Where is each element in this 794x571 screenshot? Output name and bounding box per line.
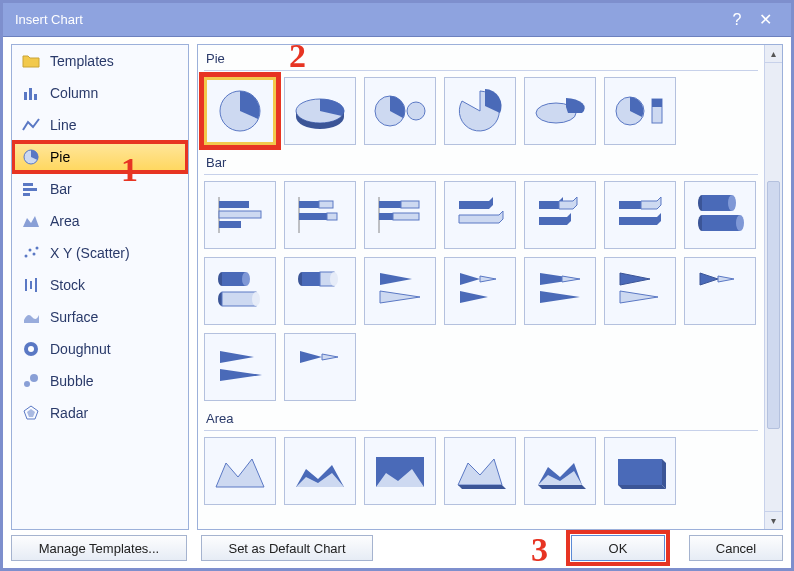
svg-rect-30 <box>219 211 261 218</box>
svg-rect-39 <box>401 201 419 208</box>
bubble-chart-icon <box>22 372 40 390</box>
svg-rect-6 <box>23 193 30 196</box>
svg-rect-35 <box>299 213 327 220</box>
svg-point-47 <box>736 215 744 231</box>
svg-rect-5 <box>23 188 37 191</box>
thumb-cone-horiz[interactable] <box>204 333 276 401</box>
svg-point-15 <box>28 346 34 352</box>
svg-rect-46 <box>702 215 740 231</box>
svg-rect-0 <box>24 92 27 100</box>
thumb-pie-of-pie[interactable] <box>364 77 436 145</box>
set-default-chart-button[interactable]: Set as Default Chart <box>201 535 373 561</box>
thumb-area-3d-stacked[interactable] <box>524 437 596 505</box>
sidebar-item-column[interactable]: Column <box>12 77 188 109</box>
thumb-bar-3d-100[interactable] <box>604 181 676 249</box>
close-button[interactable]: ✕ <box>751 10 779 29</box>
scroll-down-arrow-icon[interactable]: ▾ <box>765 511 782 529</box>
svg-rect-55 <box>302 272 320 286</box>
svg-rect-33 <box>299 201 319 208</box>
scroll-up-arrow-icon[interactable]: ▴ <box>765 45 782 63</box>
svg-point-57 <box>330 272 338 286</box>
thumb-pie-2d[interactable] <box>204 77 276 145</box>
thumb-pyr-clustered[interactable] <box>604 257 676 325</box>
thumb-area-stacked[interactable] <box>284 437 356 505</box>
cancel-button[interactable]: Cancel <box>689 535 783 561</box>
thumb-cone-clustered[interactable] <box>364 257 436 325</box>
thumb-cyl-horiz-clustered[interactable] <box>204 257 276 325</box>
thumb-bar-of-pie[interactable] <box>604 77 676 145</box>
thumb-area-3d[interactable] <box>444 437 516 505</box>
bar-thumbs <box>204 181 758 401</box>
thumb-area-3d-solid[interactable] <box>604 437 676 505</box>
svg-point-7 <box>25 255 28 258</box>
thumb-area-2d[interactable] <box>204 437 276 505</box>
surface-chart-icon <box>22 308 40 326</box>
sidebar-item-label: Stock <box>50 277 85 293</box>
sidebar-item-label: Bar <box>50 181 72 197</box>
svg-rect-1 <box>29 88 32 100</box>
bar-chart-icon <box>22 180 40 198</box>
thumb-pyr-stacked[interactable] <box>684 257 756 325</box>
svg-point-10 <box>36 247 39 250</box>
thumb-bar-3d-stacked[interactable] <box>524 181 596 249</box>
svg-point-17 <box>30 374 38 382</box>
titlebar: Insert Chart ? ✕ <box>3 3 791 37</box>
line-chart-icon <box>22 116 40 134</box>
scatter-chart-icon <box>22 244 40 262</box>
svg-rect-27 <box>652 99 662 107</box>
vertical-scrollbar[interactable]: ▴ ▾ <box>764 45 782 529</box>
thumb-bar-clustered[interactable] <box>204 181 276 249</box>
doughnut-chart-icon <box>22 340 40 358</box>
sidebar-item-label: X Y (Scatter) <box>50 245 130 261</box>
sidebar-item-label: Bubble <box>50 373 94 389</box>
thumb-bar-100[interactable] <box>364 181 436 249</box>
chart-subtype-groups: Pie <box>198 45 764 529</box>
svg-rect-34 <box>319 201 333 208</box>
thumb-cone-horiz-stacked[interactable] <box>284 333 356 401</box>
thumb-area-100[interactable] <box>364 437 436 505</box>
sidebar-item-area[interactable]: Area <box>12 205 188 237</box>
svg-rect-31 <box>219 221 241 228</box>
group-label-bar: Bar <box>204 153 758 175</box>
thumb-cyl-horiz-stacked[interactable] <box>284 257 356 325</box>
chart-type-sidebar: Templates Column Line Pie Bar <box>11 44 189 530</box>
sidebar-item-line[interactable]: Line <box>12 109 188 141</box>
sidebar-item-templates[interactable]: Templates <box>12 45 188 77</box>
scroll-track[interactable] <box>765 63 782 511</box>
thumb-bar-3d-clustered[interactable] <box>444 181 516 249</box>
group-label-area: Area <box>204 409 758 431</box>
sidebar-item-scatter[interactable]: X Y (Scatter) <box>12 237 188 269</box>
thumb-cone-stacked[interactable] <box>444 257 516 325</box>
svg-rect-43 <box>702 195 732 211</box>
svg-point-50 <box>242 272 250 286</box>
sidebar-item-stock[interactable]: Stock <box>12 269 188 301</box>
svg-rect-36 <box>327 213 337 220</box>
sidebar-item-pie[interactable]: Pie <box>12 141 188 173</box>
dialog-title: Insert Chart <box>15 12 723 27</box>
ok-button[interactable]: OK <box>571 535 665 561</box>
thumb-pie-exploded-3d[interactable] <box>524 77 596 145</box>
sidebar-item-bubble[interactable]: Bubble <box>12 365 188 397</box>
pie-chart-icon <box>22 148 40 166</box>
pie-thumbs <box>204 77 758 145</box>
thumb-pie-3d[interactable] <box>284 77 356 145</box>
help-button[interactable]: ? <box>723 11 751 29</box>
thumb-bar-stacked[interactable] <box>284 181 356 249</box>
sidebar-item-label: Area <box>50 213 80 229</box>
sidebar-item-doughnut[interactable]: Doughnut <box>12 333 188 365</box>
folder-icon <box>22 52 40 70</box>
sidebar-item-label: Radar <box>50 405 88 421</box>
thumb-cone-100[interactable] <box>524 257 596 325</box>
sidebar-item-radar[interactable]: Radar <box>12 397 188 429</box>
svg-rect-4 <box>23 183 33 186</box>
area-thumbs <box>204 437 758 505</box>
manage-templates-button[interactable]: Manage Templates... <box>11 535 187 561</box>
thumb-cyl-clustered[interactable] <box>684 181 756 249</box>
thumb-pie-exploded[interactable] <box>444 77 516 145</box>
sidebar-item-label: Surface <box>50 309 98 325</box>
svg-point-53 <box>252 292 260 306</box>
sidebar-item-surface[interactable]: Surface <box>12 301 188 333</box>
scroll-handle[interactable] <box>767 181 780 429</box>
sidebar-item-bar[interactable]: Bar <box>12 173 188 205</box>
dialog-button-bar: Manage Templates... Set as Default Chart… <box>11 534 783 562</box>
